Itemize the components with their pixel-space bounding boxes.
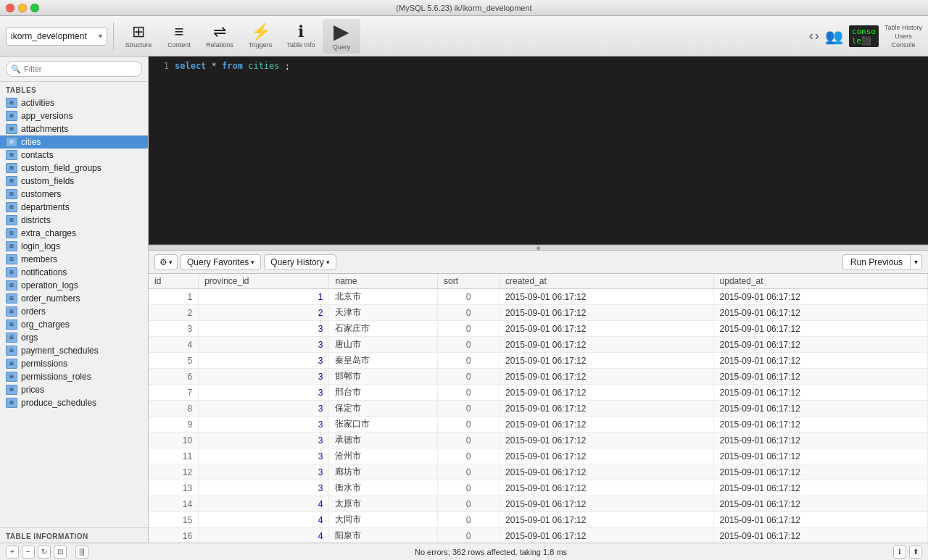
query-favorites-button[interactable]: Query Favorites ▾: [181, 254, 261, 270]
col-header-updated_at[interactable]: updated_at: [713, 274, 927, 289]
sidebar-item-members[interactable]: ⊞members: [0, 253, 148, 266]
table-row[interactable]: 103承德市02015-09-01 06:17:122015-09-01 06:…: [149, 432, 928, 448]
table-name-label: districts: [21, 215, 51, 225]
columns-button[interactable]: |||: [75, 546, 88, 559]
sidebar-item-custom_field_groups[interactable]: ⊞custom_field_groups: [0, 162, 148, 175]
sql-keyword-select: select: [175, 61, 206, 71]
sidebar-item-app_versions[interactable]: ⊞app_versions: [0, 109, 148, 122]
nav-back-icon[interactable]: ‹: [809, 28, 813, 43]
table-row[interactable]: 93张家口市02015-09-01 06:17:122015-09-01 06:…: [149, 417, 928, 432]
nav-forward-icon[interactable]: ›: [815, 28, 819, 43]
sidebar-item-departments[interactable]: ⊞departments: [0, 201, 148, 214]
gear-icon: ⚙: [160, 257, 167, 267]
sidebar-item-order_numbers[interactable]: ⊞order_numbers: [0, 292, 148, 305]
refresh-button[interactable]: ↻: [38, 546, 51, 559]
cell-id: 14: [149, 496, 199, 512]
cell-province-id: 4: [199, 496, 329, 512]
add-row-button[interactable]: +: [6, 546, 19, 559]
table-row[interactable]: 11北京市02015-09-01 06:17:122015-09-01 06:1…: [149, 289, 928, 305]
sidebar: 🔍 TABLES ⊞activities⊞app_versions⊞attach…: [0, 57, 149, 543]
table-row[interactable]: 113沧州市02015-09-01 06:17:122015-09-01 06:…: [149, 448, 928, 464]
col-header-id[interactable]: id: [149, 274, 199, 289]
table-icon: ⊞: [6, 385, 17, 395]
maximize-button[interactable]: [30, 4, 39, 12]
cell-updated-at: 2015-09-01 06:17:12: [713, 448, 927, 464]
remove-row-button[interactable]: −: [22, 546, 35, 559]
table-row[interactable]: 43唐山市02015-09-01 06:17:122015-09-01 06:1…: [149, 337, 928, 353]
filter-button[interactable]: ⊡: [54, 546, 67, 559]
sidebar-item-payment_schedules[interactable]: ⊞payment_schedules: [0, 344, 148, 357]
table-row[interactable]: 83保定市02015-09-01 06:17:122015-09-01 06:1…: [149, 401, 928, 417]
cell-province-id: 4: [199, 528, 329, 543]
sidebar-item-notifications[interactable]: ⊞notifications: [0, 266, 148, 279]
relations-button[interactable]: ⇌ Relations: [201, 19, 239, 54]
sidebar-item-orgs[interactable]: ⊞orgs: [0, 331, 148, 344]
sidebar-item-produce_schedules[interactable]: ⊞produce_schedules: [0, 396, 148, 409]
close-button[interactable]: [6, 4, 14, 12]
cell-name: 石家庄市: [329, 321, 438, 337]
sidebar-item-prices[interactable]: ⊞prices: [0, 383, 148, 396]
cell-id: 4: [149, 337, 199, 353]
minimize-button[interactable]: [18, 4, 27, 12]
users-label[interactable]: Users: [895, 33, 912, 40]
sidebar-item-extra_charges[interactable]: ⊞extra_charges: [0, 227, 148, 240]
cell-name: 邯郸市: [329, 369, 438, 385]
col-header-created_at[interactable]: created_at: [500, 274, 713, 289]
table-row[interactable]: 53秦皇岛市02015-09-01 06:17:122015-09-01 06:…: [149, 353, 928, 369]
table-row[interactable]: 73邢台市02015-09-01 06:17:122015-09-01 06:1…: [149, 385, 928, 401]
sidebar-item-login_logs[interactable]: ⊞login_logs: [0, 240, 148, 253]
table-row[interactable]: 123廊坊市02015-09-01 06:17:122015-09-01 06:…: [149, 464, 928, 480]
run-previous-arrow-icon: ▾: [914, 258, 918, 266]
sidebar-item-customers[interactable]: ⊞customers: [0, 188, 148, 201]
cell-name: 秦皇岛市: [329, 353, 438, 369]
search-input[interactable]: [6, 61, 142, 77]
table-row[interactable]: 133衡水市02015-09-01 06:17:122015-09-01 06:…: [149, 480, 928, 496]
console-label[interactable]: Console: [891, 41, 915, 49]
sidebar-item-districts[interactable]: ⊞districts: [0, 214, 148, 227]
col-header-sort[interactable]: sort: [437, 274, 499, 289]
table-row[interactable]: 33石家庄市02015-09-01 06:17:122015-09-01 06:…: [149, 321, 928, 337]
sidebar-item-permissions[interactable]: ⊞permissions: [0, 357, 148, 370]
table-row[interactable]: 22天津市02015-09-01 06:17:122015-09-01 06:1…: [149, 305, 928, 321]
table-row[interactable]: 164阳泉市02015-09-01 06:17:122015-09-01 06:…: [149, 528, 928, 543]
sidebar-item-activities[interactable]: ⊞activities: [0, 96, 148, 109]
content-button[interactable]: ≡ Content: [160, 19, 198, 54]
structure-button[interactable]: ⊞ Structure: [120, 19, 157, 54]
export-button[interactable]: ⬆: [909, 546, 922, 559]
triggers-button[interactable]: ⚡ Triggers: [241, 19, 279, 54]
sidebar-item-attachments[interactable]: ⊞attachments: [0, 122, 148, 135]
sidebar-item-custom_fields[interactable]: ⊞custom_fields: [0, 175, 148, 188]
refresh-icon: ↻: [41, 548, 47, 556]
resize-handle[interactable]: [149, 245, 928, 251]
database-selector[interactable]: ikorm_development ▾: [6, 27, 107, 46]
query-editor[interactable]: 1 select * from cities ;: [149, 57, 928, 245]
table-row[interactable]: 144太原市02015-09-01 06:17:122015-09-01 06:…: [149, 496, 928, 512]
cell-id: 9: [149, 417, 199, 432]
run-previous-dropdown[interactable]: ▾: [911, 255, 921, 269]
sidebar-item-operation_logs[interactable]: ⊞operation_logs: [0, 279, 148, 292]
sidebar-item-cities[interactable]: ⊞cities: [0, 135, 148, 149]
table-name-label: extra_charges: [21, 228, 76, 238]
gear-button[interactable]: ⚙ ▾: [154, 254, 178, 270]
sidebar-item-org_charges[interactable]: ⊞org_charges: [0, 318, 148, 331]
table-info-button[interactable]: ℹ Table Info: [282, 19, 320, 54]
data-table-wrapper[interactable]: idprovince_idnamesortcreated_atupdated_a…: [149, 274, 928, 543]
info-button[interactable]: ℹ: [893, 546, 906, 559]
run-previous-button[interactable]: Run Previous ▾: [842, 254, 922, 270]
sidebar-item-orders[interactable]: ⊞orders: [0, 305, 148, 318]
run-previous-main[interactable]: Run Previous: [843, 255, 911, 269]
console-button[interactable]: console⬛: [849, 25, 879, 47]
col-header-province_id[interactable]: province_id: [199, 274, 329, 289]
table-icon: ⊞: [6, 359, 17, 369]
users-group-icon[interactable]: 👥: [825, 28, 843, 45]
query-history-button[interactable]: Query History ▾: [264, 254, 336, 270]
query-button[interactable]: ▶ Query: [323, 19, 360, 54]
sidebar-item-permissions_roles[interactable]: ⊞permissions_roles: [0, 370, 148, 383]
table-history-label[interactable]: Table History: [884, 24, 922, 31]
sidebar-item-contacts[interactable]: ⊞contacts: [0, 149, 148, 162]
main-toolbar: ikorm_development ▾ ⊞ Structure ≡ Conten…: [0, 16, 928, 57]
col-header-name[interactable]: name: [329, 274, 438, 289]
table-row[interactable]: 154大同市02015-09-01 06:17:122015-09-01 06:…: [149, 512, 928, 528]
table-icon: ⊞: [6, 189, 17, 199]
table-row[interactable]: 63邯郸市02015-09-01 06:17:122015-09-01 06:1…: [149, 369, 928, 385]
